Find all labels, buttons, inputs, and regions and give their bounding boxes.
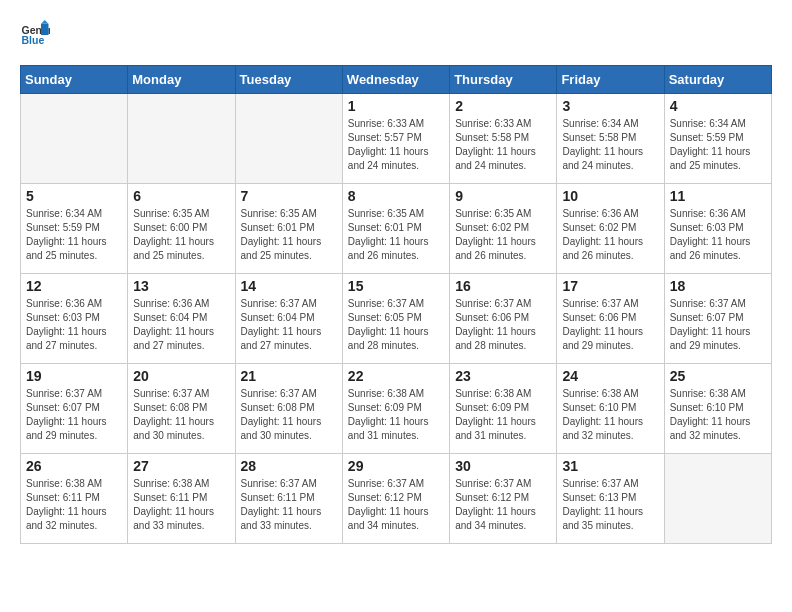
day-number: 20 (133, 368, 229, 384)
logo-icon: General Blue (20, 20, 50, 50)
logo: General Blue (20, 20, 50, 50)
day-of-week-wednesday: Wednesday (342, 66, 449, 94)
calendar-cell: 28Sunrise: 6:37 AM Sunset: 6:11 PM Dayli… (235, 454, 342, 544)
day-number: 5 (26, 188, 122, 204)
calendar-cell: 13Sunrise: 6:36 AM Sunset: 6:04 PM Dayli… (128, 274, 235, 364)
calendar-cell: 23Sunrise: 6:38 AM Sunset: 6:09 PM Dayli… (450, 364, 557, 454)
calendar-cell: 25Sunrise: 6:38 AM Sunset: 6:10 PM Dayli… (664, 364, 771, 454)
day-of-week-tuesday: Tuesday (235, 66, 342, 94)
day-of-week-sunday: Sunday (21, 66, 128, 94)
day-of-week-monday: Monday (128, 66, 235, 94)
day-number: 28 (241, 458, 337, 474)
calendar-cell: 4Sunrise: 6:34 AM Sunset: 5:59 PM Daylig… (664, 94, 771, 184)
day-number: 1 (348, 98, 444, 114)
day-info: Sunrise: 6:38 AM Sunset: 6:10 PM Dayligh… (670, 387, 766, 443)
day-number: 6 (133, 188, 229, 204)
calendar-cell: 5Sunrise: 6:34 AM Sunset: 5:59 PM Daylig… (21, 184, 128, 274)
day-number: 3 (562, 98, 658, 114)
calendar-cell: 1Sunrise: 6:33 AM Sunset: 5:57 PM Daylig… (342, 94, 449, 184)
day-info: Sunrise: 6:38 AM Sunset: 6:09 PM Dayligh… (348, 387, 444, 443)
day-number: 9 (455, 188, 551, 204)
day-info: Sunrise: 6:33 AM Sunset: 5:58 PM Dayligh… (455, 117, 551, 173)
day-info: Sunrise: 6:35 AM Sunset: 6:00 PM Dayligh… (133, 207, 229, 263)
day-info: Sunrise: 6:37 AM Sunset: 6:12 PM Dayligh… (348, 477, 444, 533)
day-info: Sunrise: 6:37 AM Sunset: 6:06 PM Dayligh… (455, 297, 551, 353)
calendar-cell: 31Sunrise: 6:37 AM Sunset: 6:13 PM Dayli… (557, 454, 664, 544)
svg-marker-2 (41, 24, 49, 35)
svg-text:Blue: Blue (22, 34, 45, 46)
calendar-week-3: 12Sunrise: 6:36 AM Sunset: 6:03 PM Dayli… (21, 274, 772, 364)
day-info: Sunrise: 6:37 AM Sunset: 6:05 PM Dayligh… (348, 297, 444, 353)
day-info: Sunrise: 6:37 AM Sunset: 6:12 PM Dayligh… (455, 477, 551, 533)
calendar-cell: 12Sunrise: 6:36 AM Sunset: 6:03 PM Dayli… (21, 274, 128, 364)
calendar-cell: 18Sunrise: 6:37 AM Sunset: 6:07 PM Dayli… (664, 274, 771, 364)
day-info: Sunrise: 6:38 AM Sunset: 6:09 PM Dayligh… (455, 387, 551, 443)
day-info: Sunrise: 6:36 AM Sunset: 6:03 PM Dayligh… (670, 207, 766, 263)
day-info: Sunrise: 6:37 AM Sunset: 6:07 PM Dayligh… (26, 387, 122, 443)
calendar-cell: 26Sunrise: 6:38 AM Sunset: 6:11 PM Dayli… (21, 454, 128, 544)
day-info: Sunrise: 6:36 AM Sunset: 6:04 PM Dayligh… (133, 297, 229, 353)
day-number: 26 (26, 458, 122, 474)
day-info: Sunrise: 6:35 AM Sunset: 6:01 PM Dayligh… (241, 207, 337, 263)
day-info: Sunrise: 6:34 AM Sunset: 5:58 PM Dayligh… (562, 117, 658, 173)
calendar-table: SundayMondayTuesdayWednesdayThursdayFrid… (20, 65, 772, 544)
day-number: 14 (241, 278, 337, 294)
day-number: 11 (670, 188, 766, 204)
calendar-cell (128, 94, 235, 184)
calendar-cell: 21Sunrise: 6:37 AM Sunset: 6:08 PM Dayli… (235, 364, 342, 454)
day-of-week-saturday: Saturday (664, 66, 771, 94)
day-info: Sunrise: 6:35 AM Sunset: 6:02 PM Dayligh… (455, 207, 551, 263)
day-number: 7 (241, 188, 337, 204)
day-number: 17 (562, 278, 658, 294)
day-info: Sunrise: 6:37 AM Sunset: 6:08 PM Dayligh… (241, 387, 337, 443)
calendar-cell: 19Sunrise: 6:37 AM Sunset: 6:07 PM Dayli… (21, 364, 128, 454)
day-number: 22 (348, 368, 444, 384)
calendar-cell: 11Sunrise: 6:36 AM Sunset: 6:03 PM Dayli… (664, 184, 771, 274)
calendar-cell: 2Sunrise: 6:33 AM Sunset: 5:58 PM Daylig… (450, 94, 557, 184)
day-number: 23 (455, 368, 551, 384)
day-number: 21 (241, 368, 337, 384)
day-number: 19 (26, 368, 122, 384)
calendar-cell: 6Sunrise: 6:35 AM Sunset: 6:00 PM Daylig… (128, 184, 235, 274)
page-header: General Blue (20, 20, 772, 50)
calendar-cell: 3Sunrise: 6:34 AM Sunset: 5:58 PM Daylig… (557, 94, 664, 184)
day-info: Sunrise: 6:37 AM Sunset: 6:06 PM Dayligh… (562, 297, 658, 353)
day-number: 4 (670, 98, 766, 114)
calendar-cell: 7Sunrise: 6:35 AM Sunset: 6:01 PM Daylig… (235, 184, 342, 274)
day-info: Sunrise: 6:35 AM Sunset: 6:01 PM Dayligh… (348, 207, 444, 263)
calendar-cell: 22Sunrise: 6:38 AM Sunset: 6:09 PM Dayli… (342, 364, 449, 454)
day-info: Sunrise: 6:36 AM Sunset: 6:02 PM Dayligh… (562, 207, 658, 263)
calendar-cell (235, 94, 342, 184)
day-number: 13 (133, 278, 229, 294)
day-info: Sunrise: 6:38 AM Sunset: 6:10 PM Dayligh… (562, 387, 658, 443)
calendar-week-1: 1Sunrise: 6:33 AM Sunset: 5:57 PM Daylig… (21, 94, 772, 184)
calendar-cell: 16Sunrise: 6:37 AM Sunset: 6:06 PM Dayli… (450, 274, 557, 364)
day-number: 2 (455, 98, 551, 114)
day-number: 25 (670, 368, 766, 384)
calendar-cell (664, 454, 771, 544)
calendar-cell: 27Sunrise: 6:38 AM Sunset: 6:11 PM Dayli… (128, 454, 235, 544)
day-info: Sunrise: 6:37 AM Sunset: 6:11 PM Dayligh… (241, 477, 337, 533)
day-number: 29 (348, 458, 444, 474)
day-info: Sunrise: 6:34 AM Sunset: 5:59 PM Dayligh… (670, 117, 766, 173)
day-number: 30 (455, 458, 551, 474)
calendar-cell: 30Sunrise: 6:37 AM Sunset: 6:12 PM Dayli… (450, 454, 557, 544)
day-info: Sunrise: 6:33 AM Sunset: 5:57 PM Dayligh… (348, 117, 444, 173)
calendar-header-row: SundayMondayTuesdayWednesdayThursdayFrid… (21, 66, 772, 94)
calendar-week-5: 26Sunrise: 6:38 AM Sunset: 6:11 PM Dayli… (21, 454, 772, 544)
day-info: Sunrise: 6:37 AM Sunset: 6:04 PM Dayligh… (241, 297, 337, 353)
calendar-cell: 8Sunrise: 6:35 AM Sunset: 6:01 PM Daylig… (342, 184, 449, 274)
day-info: Sunrise: 6:34 AM Sunset: 5:59 PM Dayligh… (26, 207, 122, 263)
day-info: Sunrise: 6:37 AM Sunset: 6:13 PM Dayligh… (562, 477, 658, 533)
calendar-cell: 9Sunrise: 6:35 AM Sunset: 6:02 PM Daylig… (450, 184, 557, 274)
calendar-week-2: 5Sunrise: 6:34 AM Sunset: 5:59 PM Daylig… (21, 184, 772, 274)
day-number: 8 (348, 188, 444, 204)
day-info: Sunrise: 6:37 AM Sunset: 6:08 PM Dayligh… (133, 387, 229, 443)
day-info: Sunrise: 6:37 AM Sunset: 6:07 PM Dayligh… (670, 297, 766, 353)
day-info: Sunrise: 6:36 AM Sunset: 6:03 PM Dayligh… (26, 297, 122, 353)
svg-marker-3 (41, 20, 49, 24)
day-number: 24 (562, 368, 658, 384)
calendar-cell: 17Sunrise: 6:37 AM Sunset: 6:06 PM Dayli… (557, 274, 664, 364)
calendar-cell (21, 94, 128, 184)
day-number: 18 (670, 278, 766, 294)
